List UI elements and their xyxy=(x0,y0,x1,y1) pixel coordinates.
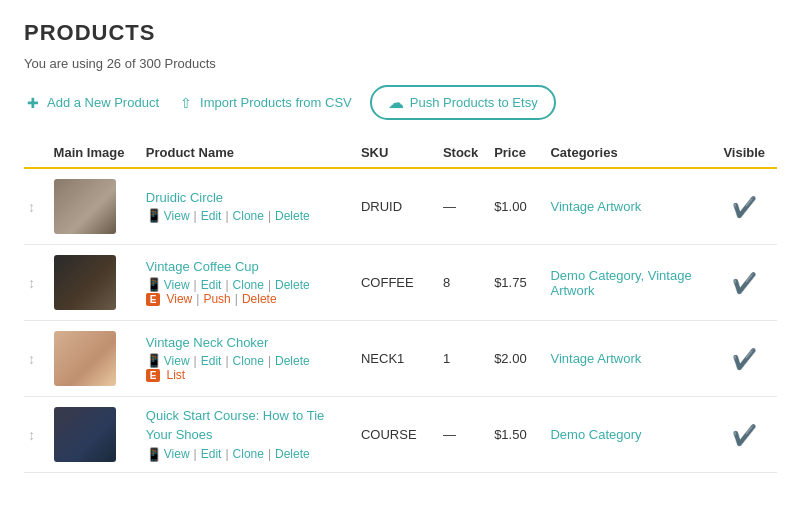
action-sep: | xyxy=(268,354,271,368)
product-categories: Vintage Artwork xyxy=(546,168,715,245)
product-price: $2.00 xyxy=(490,321,546,397)
page-title: PRODUCTS xyxy=(24,20,777,46)
action-delete[interactable]: Delete xyxy=(275,278,310,292)
product-name-link[interactable]: Druidic Circle xyxy=(146,190,223,205)
product-sku: NECK1 xyxy=(357,321,439,397)
product-stock: — xyxy=(439,397,490,473)
col-product-name-header: Product Name xyxy=(142,138,357,168)
drag-handle[interactable]: ↕ xyxy=(24,245,50,321)
col-sku-header: SKU xyxy=(357,138,439,168)
etsy-action-list[interactable]: List xyxy=(166,368,185,382)
product-image-cell xyxy=(50,168,142,245)
product-sku: DRUID xyxy=(357,168,439,245)
category-link[interactable]: Demo Category xyxy=(550,427,641,442)
col-drag-header xyxy=(24,138,50,168)
product-actions: 📱View | Edit | Clone | Delete xyxy=(146,353,349,368)
etsy-action-delete[interactable]: Delete xyxy=(242,292,277,306)
product-price: $1.50 xyxy=(490,397,546,473)
product-name-cell: Druidic Circle 📱View | Edit | Clone | De… xyxy=(142,168,357,245)
actions-icon: 📱 xyxy=(146,277,162,292)
action-sep: | xyxy=(268,278,271,292)
drag-handle[interactable]: ↕ xyxy=(24,397,50,473)
product-image xyxy=(54,407,116,462)
action-clone[interactable]: Clone xyxy=(233,278,264,292)
product-actions: 📱View | Edit | Clone | Delete xyxy=(146,277,349,292)
product-actions: 📱View | Edit | Clone | Delete xyxy=(146,208,349,223)
product-price: $1.75 xyxy=(490,245,546,321)
etsy-sep: | xyxy=(235,292,238,306)
action-delete[interactable]: Delete xyxy=(275,447,310,461)
product-visible: ✔️ xyxy=(716,245,778,321)
product-image xyxy=(54,255,116,310)
action-view[interactable]: View xyxy=(164,209,190,223)
action-view[interactable]: View xyxy=(164,354,190,368)
col-main-image-header: Main Image xyxy=(50,138,142,168)
push-etsy-button[interactable]: ☁ Push Products to Etsy xyxy=(370,85,556,120)
etsy-action-push[interactable]: Push xyxy=(203,292,230,306)
etsy-action-view[interactable]: View xyxy=(166,292,192,306)
add-product-label: Add a New Product xyxy=(47,95,159,110)
product-stock: — xyxy=(439,168,490,245)
product-visible: ✔️ xyxy=(716,397,778,473)
drag-handle[interactable]: ↕ xyxy=(24,168,50,245)
action-edit[interactable]: Edit xyxy=(201,209,222,223)
drag-icon: ↕ xyxy=(28,199,41,215)
col-visible-header: Visible xyxy=(716,138,778,168)
action-delete[interactable]: Delete xyxy=(275,209,310,223)
visible-checkmark-icon: ✔️ xyxy=(732,348,757,370)
product-name-link[interactable]: Vintage Coffee Cup xyxy=(146,259,259,274)
action-edit[interactable]: Edit xyxy=(201,447,222,461)
action-sep: | xyxy=(268,209,271,223)
product-visible: ✔️ xyxy=(716,321,778,397)
product-categories: Vintage Artwork xyxy=(546,321,715,397)
action-sep: | xyxy=(225,354,228,368)
table-row: ↕Quick Start Course: How to Tie Your Sho… xyxy=(24,397,777,473)
action-sep: | xyxy=(225,278,228,292)
product-image xyxy=(54,331,116,386)
drag-handle[interactable]: ↕ xyxy=(24,321,50,397)
visible-checkmark-icon: ✔️ xyxy=(732,196,757,218)
product-categories: Demo Category xyxy=(546,397,715,473)
category-link[interactable]: Vintage Artwork xyxy=(550,351,641,366)
category-link[interactable]: Vintage Artwork xyxy=(550,199,641,214)
table-row: ↕Druidic Circle 📱View | Edit | Clone | D… xyxy=(24,168,777,245)
action-sep: | xyxy=(194,278,197,292)
etsy-badge: E xyxy=(146,369,161,382)
table-row: ↕Vintage Neck Choker 📱View | Edit | Clon… xyxy=(24,321,777,397)
action-clone[interactable]: Clone xyxy=(233,447,264,461)
table-row: ↕Vintage Coffee Cup 📱View | Edit | Clone… xyxy=(24,245,777,321)
col-stock-header: Stock xyxy=(439,138,490,168)
product-image xyxy=(54,179,116,234)
product-name-link[interactable]: Quick Start Course: How to Tie Your Shoe… xyxy=(146,407,349,443)
toolbar: ✚ Add a New Product ⇧ Import Products fr… xyxy=(24,85,777,120)
col-price-header: Price xyxy=(490,138,546,168)
product-name-link[interactable]: Vintage Neck Choker xyxy=(146,335,269,350)
add-product-button[interactable]: ✚ Add a New Product xyxy=(24,94,159,112)
product-actions: 📱View | Edit | Clone | Delete xyxy=(146,447,349,462)
actions-icon: 📱 xyxy=(146,353,162,368)
visible-checkmark-icon: ✔️ xyxy=(732,272,757,294)
category-link[interactable]: Demo Category, Vintage Artwork xyxy=(550,268,691,298)
products-table: Main Image Product Name SKU Stock Price … xyxy=(24,138,777,473)
action-sep: | xyxy=(194,354,197,368)
action-sep: | xyxy=(268,447,271,461)
action-view[interactable]: View xyxy=(164,447,190,461)
action-delete[interactable]: Delete xyxy=(275,354,310,368)
import-csv-button[interactable]: ⇧ Import Products from CSV xyxy=(177,94,352,112)
action-edit[interactable]: Edit xyxy=(201,278,222,292)
drag-icon: ↕ xyxy=(28,351,41,367)
action-sep: | xyxy=(225,209,228,223)
product-name-cell: Quick Start Course: How to Tie Your Shoe… xyxy=(142,397,357,473)
push-etsy-label: Push Products to Etsy xyxy=(410,95,538,110)
product-image-cell xyxy=(50,397,142,473)
etsy-actions: EView | Push | Delete xyxy=(146,292,349,306)
action-clone[interactable]: Clone xyxy=(233,209,264,223)
product-stock: 8 xyxy=(439,245,490,321)
action-view[interactable]: View xyxy=(164,278,190,292)
product-image-cell xyxy=(50,245,142,321)
import-csv-label: Import Products from CSV xyxy=(200,95,352,110)
col-categories-header: Categories xyxy=(546,138,715,168)
action-clone[interactable]: Clone xyxy=(233,354,264,368)
cloud-icon: ☁ xyxy=(388,93,404,112)
action-edit[interactable]: Edit xyxy=(201,354,222,368)
